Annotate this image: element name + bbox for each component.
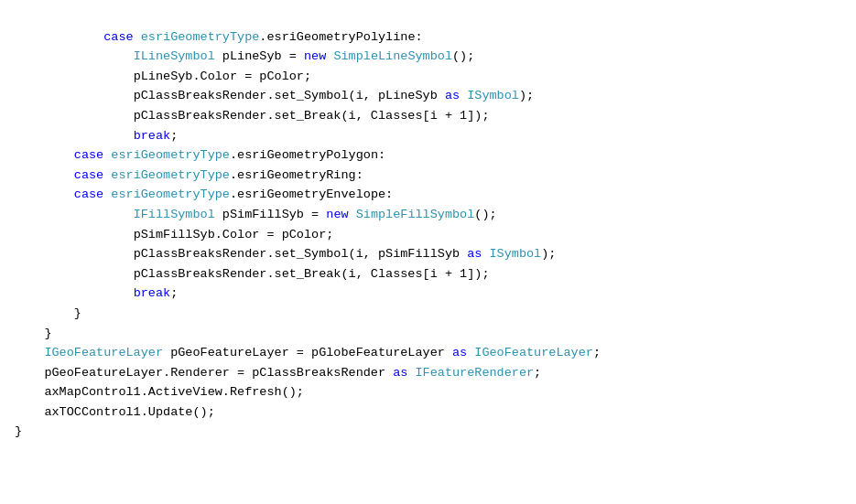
code-line: pClassBreaksRender.set_Symbol(i, pLineSy… [0,86,856,106]
code-line: IGeoFeatureLayer pGeoFeatureLayer = pGlo… [0,343,856,363]
code-line: axTOCControl1.Update(); [0,402,856,423]
code-line: break; [0,284,856,304]
code-line: IFillSymbol pSimFillSyb = new SimpleFill… [0,205,856,225]
code-line: pClassBreaksRender.set_Break(i, Classes[… [0,264,856,284]
code-line: case esriGeometryType.esriGeometryEnvelo… [0,185,856,205]
code-line: } [0,422,856,442]
code-line: case esriGeometryType.esriGeometryPolyli… [0,27,856,48]
code-line: pClassBreaksRender.set_Symbol(i, pSimFil… [0,244,856,264]
code-line: case esriGeometryType.esriGeometryRing: [0,166,856,186]
code-line: axMapControl1.ActiveView.Refresh(); [0,382,856,402]
code-line: break; [0,126,856,146]
code-line: pSimFillSyb.Color = pColor; [0,225,856,245]
code-line: pGeoFeatureLayer.Renderer = pClassBreaks… [0,363,856,383]
code-block: case esriGeometryType.esriGeometryPolyli… [0,0,856,449]
code-line: ILineSymbol pLineSyb = new SimpleLineSym… [0,47,856,67]
code-line: pClassBreaksRender.set_Break(i, Classes[… [0,106,856,126]
code-line: pLineSyb.Color = pColor; [0,67,856,87]
code-line: case esriGeometryType.esriGeometryPolygo… [0,145,856,166]
code-line: } [0,304,856,324]
code-line: } [0,324,856,344]
